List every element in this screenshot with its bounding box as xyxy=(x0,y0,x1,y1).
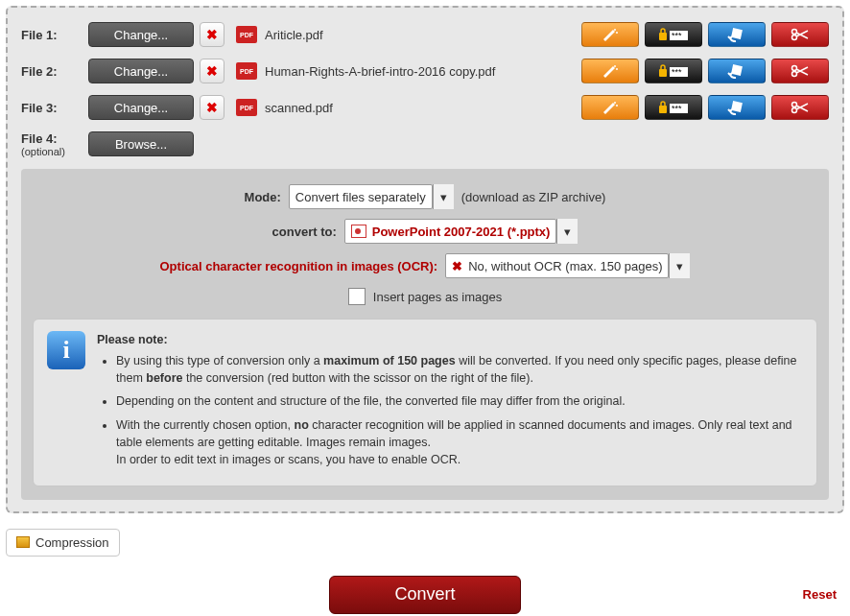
browse-button[interactable]: Browse... xyxy=(88,131,194,156)
upload-panel: File 1:Change...✖Ariticle.pdf***File 2:C… xyxy=(6,6,844,513)
info-icon: i xyxy=(47,331,85,369)
svg-point-22 xyxy=(792,103,797,107)
row-actions: *** xyxy=(581,22,829,47)
file-label: File 1: xyxy=(21,28,88,42)
svg-point-16 xyxy=(614,102,616,104)
svg-point-14 xyxy=(792,66,797,71)
magic-wand-button[interactable] xyxy=(581,22,639,47)
reset-link[interactable]: Reset xyxy=(803,587,837,602)
file-row-2: File 2:Change...✖Human-Rights-A-brief-in… xyxy=(21,56,829,86)
svg-rect-2 xyxy=(659,33,667,40)
delete-button[interactable]: ✖ xyxy=(200,95,224,120)
file-name: Human-Rights-A-brief-intro-2016 copy.pdf xyxy=(265,64,495,79)
password-button[interactable]: *** xyxy=(645,22,702,47)
chevron-down-icon: ▾ xyxy=(433,184,454,209)
magic-wand-button[interactable] xyxy=(581,59,639,83)
convert-to-select[interactable]: PowerPoint 2007-2021 (*.pptx) ▾ xyxy=(344,219,578,244)
svg-point-7 xyxy=(792,36,797,40)
convert-to-label: convert to: xyxy=(272,225,337,239)
file-row-1: File 1:Change...✖Ariticle.pdf*** xyxy=(21,19,829,50)
convert-to-row: convert to: PowerPoint 2007-2021 (*.pptx… xyxy=(33,219,817,244)
password-button[interactable]: *** xyxy=(645,95,702,120)
compression-icon xyxy=(16,536,30,548)
scissor-button[interactable] xyxy=(771,95,829,120)
mode-label: Mode: xyxy=(245,190,281,204)
ocr-label: Optical character recognition in images … xyxy=(160,259,438,273)
file-name: scanned.pdf xyxy=(265,101,333,115)
svg-rect-13 xyxy=(731,64,743,76)
change-button[interactable]: Change... xyxy=(88,95,194,120)
ocr-select[interactable]: ✖No, without OCR (max. 150 pages) ▾ xyxy=(445,253,690,278)
mode-select[interactable]: Convert files separately ▾ xyxy=(289,184,454,209)
chevron-down-icon: ▾ xyxy=(556,219,578,244)
mode-row: Mode: Convert files separately ▾ (downlo… xyxy=(33,184,817,209)
file-label: File 2: xyxy=(21,64,88,79)
delete-button[interactable]: ✖ xyxy=(200,22,224,47)
scissor-button[interactable] xyxy=(771,59,829,83)
svg-point-1 xyxy=(616,32,618,34)
svg-point-0 xyxy=(614,29,616,31)
file-name: Ariticle.pdf xyxy=(265,28,323,42)
password-button[interactable]: *** xyxy=(645,59,702,83)
row-actions: *** xyxy=(581,59,829,83)
change-button[interactable]: Change... xyxy=(88,59,194,83)
row-actions: *** xyxy=(581,95,829,120)
bottom-bar: Convert Reset xyxy=(0,566,850,616)
mode-hint: (download as ZIP archive) xyxy=(461,190,606,204)
delete-button[interactable]: ✖ xyxy=(200,59,224,83)
insert-images-label: Insert pages as images xyxy=(373,290,502,304)
svg-text:***: *** xyxy=(672,67,682,77)
magic-wand-button[interactable] xyxy=(581,95,639,120)
compression-button[interactable]: Compression xyxy=(6,529,120,557)
rotate-button[interactable] xyxy=(708,95,766,120)
svg-point-17 xyxy=(616,105,618,107)
chevron-down-icon: ▾ xyxy=(669,253,690,278)
pdf-icon xyxy=(236,62,257,80)
note-item-1: By using this type of conversion only a … xyxy=(116,352,803,387)
change-button[interactable]: Change... xyxy=(88,22,194,47)
pptx-icon xyxy=(351,225,366,238)
file4-label: File 4: (optional) xyxy=(21,131,88,157)
file-row-4: File 4: (optional) Browse... xyxy=(21,129,829,159)
pdf-icon xyxy=(236,99,257,116)
svg-rect-10 xyxy=(659,69,667,77)
svg-point-6 xyxy=(792,30,797,35)
svg-point-23 xyxy=(792,108,797,113)
file-label: File 3: xyxy=(21,101,88,115)
svg-point-8 xyxy=(614,65,616,67)
note-box: i Please note: By using this type of con… xyxy=(33,319,817,486)
note-item-2: Depending on the content and structure o… xyxy=(116,392,803,410)
x-icon: ✖ xyxy=(452,259,462,273)
svg-rect-5 xyxy=(731,28,743,39)
convert-button[interactable]: Convert xyxy=(329,576,521,614)
ocr-row: Optical character recognition in images … xyxy=(33,253,817,278)
insert-images-checkbox[interactable] xyxy=(348,288,366,305)
note-item-3: With the currently chosen option, no cha… xyxy=(116,416,803,468)
svg-rect-21 xyxy=(731,101,743,112)
scissor-button[interactable] xyxy=(771,22,829,47)
svg-rect-18 xyxy=(659,106,667,113)
svg-text:***: *** xyxy=(672,104,682,113)
note-content: Please note: By using this type of conve… xyxy=(97,331,803,474)
rotate-button[interactable] xyxy=(708,22,766,47)
svg-point-9 xyxy=(616,68,618,70)
note-title: Please note: xyxy=(97,333,168,346)
file-row-3: File 3:Change...✖scanned.pdf*** xyxy=(21,92,829,123)
svg-text:***: *** xyxy=(672,31,682,40)
rotate-button[interactable] xyxy=(708,59,766,83)
insert-images-row: Insert pages as images xyxy=(33,288,817,305)
settings-panel: Mode: Convert files separately ▾ (downlo… xyxy=(21,169,829,500)
pdf-icon xyxy=(236,26,257,43)
svg-point-15 xyxy=(792,72,797,77)
